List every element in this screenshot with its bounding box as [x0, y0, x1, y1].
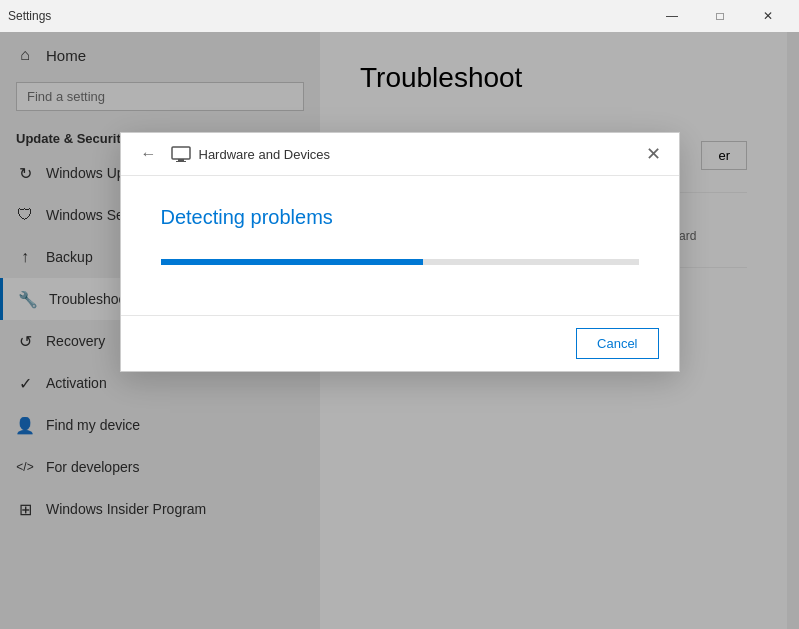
cancel-button[interactable]: Cancel: [576, 328, 658, 359]
title-bar: Settings — □ ✕: [0, 0, 799, 32]
progress-bar-container: [161, 259, 639, 265]
svg-rect-13: [172, 147, 190, 159]
svg-rect-15: [176, 161, 186, 162]
settings-title: Settings: [8, 9, 51, 23]
minimize-button[interactable]: —: [649, 0, 695, 32]
modal-back-button[interactable]: ←: [135, 143, 163, 165]
modal-footer: Cancel: [121, 315, 679, 371]
maximize-button[interactable]: □: [697, 0, 743, 32]
modal-overlay: ← Hardware and Devices ✕ Detecting probl…: [0, 32, 799, 629]
progress-bar-fill: [161, 259, 424, 265]
modal-title-left: ← Hardware and Devices: [135, 143, 331, 165]
modal-title-bar: ← Hardware and Devices ✕: [121, 133, 679, 176]
svg-rect-14: [178, 159, 184, 161]
close-button[interactable]: ✕: [745, 0, 791, 32]
modal-close-button[interactable]: ✕: [642, 143, 665, 165]
title-bar-controls: — □ ✕: [649, 0, 791, 32]
modal-heading: Detecting problems: [161, 206, 639, 229]
troubleshoot-modal: ← Hardware and Devices ✕ Detecting probl…: [120, 132, 680, 372]
monitor-icon: [171, 146, 191, 162]
modal-body: Detecting problems: [121, 176, 679, 315]
modal-title-text: Hardware and Devices: [199, 147, 331, 162]
title-bar-left: Settings: [8, 9, 51, 23]
